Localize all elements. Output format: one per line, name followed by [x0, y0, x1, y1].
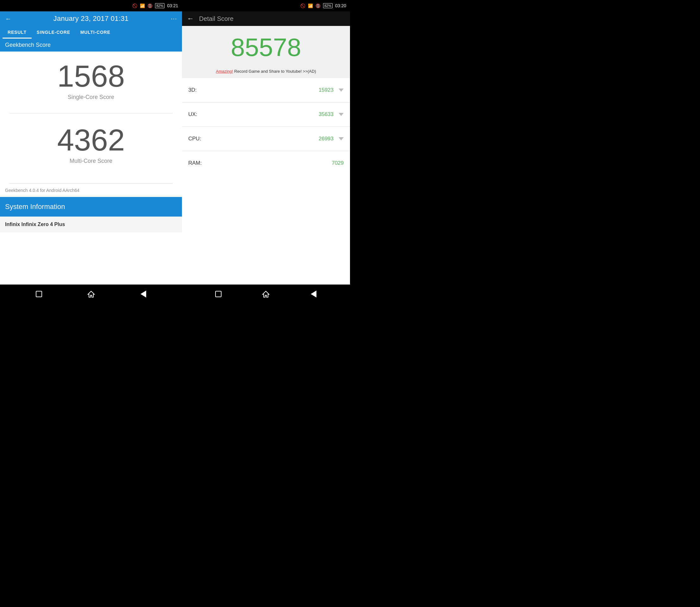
system-info-bar: System Information	[0, 197, 182, 216]
tabs-bar: RESULT SINGLE-CORE MULTI-CORE	[0, 26, 182, 39]
score-rows: 3D: 15923 UX: 35633 CPU: 26993 RAM: 7029	[182, 78, 350, 182]
detail-header: ← Detail Score	[182, 12, 350, 26]
score-row-cpu[interactable]: CPU: 26993	[182, 127, 350, 151]
tab-single-core[interactable]: SINGLE-CORE	[32, 26, 75, 39]
score-label-3d: 3D:	[188, 87, 197, 93]
system-info-text: System Information	[5, 203, 65, 211]
time-left: 03:21	[167, 3, 178, 8]
right-panel: 🚫 📶 📵 82% 03:20 ← Detail Score 85578 Ama…	[182, 0, 350, 304]
score-value-3d: 15923	[319, 87, 334, 93]
back-button-left[interactable]: ←	[5, 15, 12, 22]
geekbench-version: Geekbench 4.0.4 for Android AArch64	[5, 188, 79, 193]
home-button-right[interactable]	[260, 288, 272, 300]
ad-rest-text: Record Game and Share to Youtube! >>(AD)	[233, 69, 316, 74]
bottom-nav-left	[0, 285, 182, 304]
score-row-right-ram: 7029	[332, 160, 344, 166]
home-icon-left	[87, 291, 95, 297]
bottom-nav-right	[182, 285, 350, 304]
status-bar-right: 🚫 📶 📵 82% 03:20	[182, 0, 350, 12]
geekbench-info: Geekbench 4.0.4 for Android AArch64	[0, 184, 182, 197]
chevron-3d	[339, 88, 344, 92]
score-row-right-3d: 15923	[319, 87, 344, 93]
ad-amazing-text: Amazing!	[216, 69, 233, 74]
header-title-left: January 23, 2017 01:31	[54, 15, 129, 23]
svg-marker-1	[263, 291, 269, 297]
recents-button-right[interactable]	[213, 288, 224, 300]
score-label-ram: RAM:	[188, 160, 202, 166]
section-header: Geekbench Score	[0, 39, 182, 51]
score-value-ux: 35633	[319, 111, 334, 118]
ad-bar[interactable]: Amazing! Record Game and Share to Youtub…	[182, 66, 350, 78]
big-score-number: 85578	[231, 35, 301, 60]
time-right: 03:20	[335, 3, 346, 8]
tab-result[interactable]: RESULT	[2, 26, 32, 39]
score-row-3d[interactable]: 3D: 15923	[182, 78, 350, 102]
scores-area: 1568 Single-Core Score 4362 Multi-Core S…	[0, 51, 182, 183]
multi-core-score: 4362	[57, 125, 125, 155]
square-icon-left	[36, 291, 42, 297]
score-label-ux: UX:	[188, 111, 197, 118]
battery-left: 82%	[155, 3, 164, 8]
header-left: ← January 23, 2017 01:31 ⋯	[0, 12, 182, 26]
single-core-score: 1568	[57, 61, 125, 91]
back-triangle-icon-left	[140, 291, 146, 297]
back-button-nav-left[interactable]	[138, 288, 149, 300]
chevron-ux	[339, 113, 344, 116]
score-row-ram[interactable]: RAM: 7029	[182, 151, 350, 175]
sim-icon-right: 📵	[316, 3, 321, 8]
block-icon-right: 🚫	[300, 3, 305, 8]
score-label-cpu: CPU:	[188, 135, 201, 142]
score-row-ux[interactable]: UX: 35633	[182, 102, 350, 127]
home-icon-right	[262, 291, 269, 297]
score-row-right-cpu: 26993	[319, 135, 344, 142]
status-bar-left: 🚫 📶 📵 82% 03:21	[0, 0, 182, 12]
battery-right: 82%	[323, 3, 333, 8]
more-button-left[interactable]: ⋯	[171, 15, 177, 22]
device-info: Infinix Infinix Zero 4 Plus	[0, 216, 182, 232]
back-button-nav-right[interactable]	[308, 288, 319, 300]
section-header-text: Geekbench Score	[5, 42, 51, 48]
multi-core-label: Multi-Core Score	[69, 158, 112, 164]
wifi-icon-right: 📶	[308, 3, 313, 8]
back-triangle-icon-right	[311, 291, 317, 297]
block-icon: 🚫	[132, 3, 137, 8]
score-row-right-ux: 35633	[319, 111, 344, 118]
left-panel: 🚫 📶 📵 82% 03:21 ← January 23, 2017 01:31…	[0, 0, 182, 304]
sim-icon: 📵	[147, 3, 153, 8]
score-value-cpu: 26993	[319, 135, 334, 142]
scores-divider	[9, 113, 173, 113]
wifi-icon: 📶	[140, 3, 145, 8]
svg-marker-0	[88, 291, 94, 297]
single-core-label: Single-Core Score	[68, 94, 114, 101]
home-button-left[interactable]	[85, 288, 97, 300]
tab-multi-core[interactable]: MULTI-CORE	[75, 26, 116, 39]
recents-button-left[interactable]	[33, 288, 45, 300]
score-value-ram: 7029	[332, 160, 344, 166]
big-score-area: 85578	[182, 26, 350, 66]
chevron-cpu	[339, 137, 344, 140]
square-icon-right	[215, 291, 221, 297]
device-name: Infinix Infinix Zero 4 Plus	[5, 222, 65, 227]
detail-title: Detail Score	[199, 15, 234, 22]
back-button-right[interactable]: ←	[187, 15, 194, 23]
